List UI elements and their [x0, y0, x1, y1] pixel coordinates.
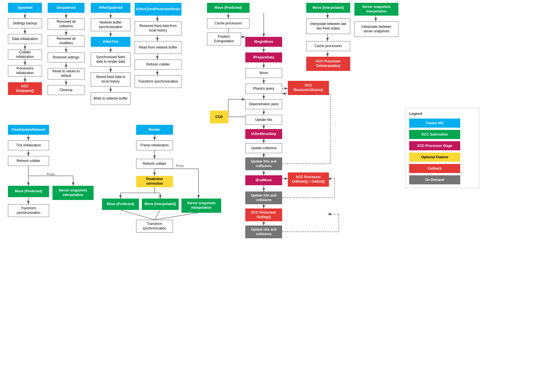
update-hits-coll3-node: Update hits and collisions — [245, 225, 282, 238]
legend-box: Legend Fusion API KCC Subroutine KCC Pro… — [405, 108, 479, 188]
svg-line-71 — [155, 210, 160, 220]
spawned-node: Spawned — [8, 3, 42, 13]
move-predicted-render-label: Move (Predicted) — [107, 202, 134, 206]
server-snap-mid-node: Server snapshots interpolation — [52, 186, 94, 200]
legend-item-kcc-processor: KCC Processor Stage — [409, 141, 476, 150]
depenetration-node: Depenetration pass — [245, 99, 282, 109]
restored-settings-label: Restored settings — [53, 55, 79, 60]
stored-fixed-label: Stored fixed data to local history — [93, 75, 128, 84]
kcc-onspawn-label: KCC OnSpawn() — [16, 84, 34, 93]
ibeginmove-label: IBeginMove — [254, 40, 273, 44]
kcc-oninterpolate-node: KCC Processor OnInterpolate() — [306, 57, 350, 71]
legend-color-callback: Callback — [409, 164, 460, 173]
frame-init-label: Frame initialization — [140, 143, 169, 148]
removed-collisions-node: Removed all collisions — [48, 18, 85, 30]
interp-last-two-label: Interpolate between last two fixed state… — [308, 22, 348, 31]
kcc-onenter-onexit-node: KCC Processor OnEnter() + OnExit() — [288, 172, 329, 187]
move-interpolated-top-node: Move (Interpolated) — [306, 3, 350, 13]
diagram-container: Spawned Settings backup Data initializat… — [0, 0, 545, 392]
move-interpolated-top-label: Move (Interpolated) — [312, 6, 344, 10]
iaftermovestep-label: IAfterMoveStep — [251, 132, 276, 136]
kcc-onspawn-node: KCC OnSpawn() — [8, 82, 42, 95]
removed-modifiers-node: Removed all modifiers — [48, 35, 85, 47]
transform-sync-render-label: Transform synchronization — [138, 222, 171, 231]
legend-subroutine-label: KCC Subroutine — [422, 132, 448, 136]
ibeginmove-node: IBeginMove — [245, 37, 282, 47]
interp-server-node: Interpolate between server snapshots — [354, 21, 398, 37]
render-node: Render — [136, 125, 173, 135]
legend-item-kcc-subroutine: KCC Subroutine — [409, 130, 476, 139]
restored-fixed-label: Restored fixed data from local history — [137, 24, 179, 33]
fixedupdatenetwork-node: FixedUpdateNetwork — [8, 125, 49, 135]
ipreparedata-label: IPrepareData — [253, 55, 274, 60]
legend-color-kcc-processor: KCC Processor Stage — [409, 141, 460, 150]
legend-optional-label: Optional Feature — [421, 155, 448, 159]
update-hits-coll2-node: Update hits and collisions — [245, 191, 282, 204]
processors-init-label: Processors initialization — [10, 66, 40, 75]
tick-init-label: Tick initialization — [16, 143, 41, 148]
svg-line-70 — [121, 210, 155, 220]
legend-color-ondemand: On Demand — [409, 175, 460, 184]
position-extrapolation-label: Position Extrapolation — [209, 35, 239, 43]
legend-color-kcc-subroutine: KCC Subroutine — [409, 130, 460, 139]
sync-fixed-render-label: Synchronized fixed data to render data — [93, 55, 128, 64]
legend-item-callback: Callback — [409, 164, 476, 173]
ccd-node: CCD — [210, 111, 228, 123]
update-collisions-label: Update collisions — [251, 146, 277, 151]
interp-last-two-node: Interpolate between last two fixed state… — [306, 18, 350, 34]
depenetration-label: Depenetration pass — [249, 102, 278, 107]
kcc-onenter-onexit-label: KCC Processor OnEnter() + OnExit() — [292, 175, 325, 184]
update-hits-coll2-label: Update hits and collisions — [247, 193, 280, 202]
kcc-resolve-label: KCC ResolveCollision() — [293, 83, 323, 92]
legend-fusion-label: Fusion API — [426, 121, 443, 125]
update-hits-coll1-node: Update hits and collisions — [245, 157, 282, 170]
data-init-node: Data initialization — [8, 34, 42, 44]
despawned-node: Despawned — [48, 3, 85, 13]
legend-processor-label: KCC Processor Stage — [417, 144, 452, 148]
move-main-label: Move — [259, 71, 268, 75]
data-init-label: Data initialization — [12, 37, 38, 41]
cleanup-label: Cleanup — [60, 88, 73, 92]
settings-backup-node: Settings backup — [8, 18, 42, 28]
prediction-correction-node: Prediction correction — [136, 176, 173, 187]
update-hits-coll1-label: Update hits and collisions — [247, 159, 280, 168]
refresh-collider-top-node: Refresh collider — [135, 60, 181, 69]
move-predicted-mid-label: Move (Predicted) — [15, 189, 42, 194]
write-network-node: Write to network buffer — [91, 92, 130, 105]
refresh-collider-render-label: Refresh collider — [143, 162, 166, 166]
server-snap-render-label: Server snapshots interpolation — [183, 201, 219, 210]
cache-processors-top2-node: Cache processors — [306, 41, 350, 51]
network-buf-sync-node: Network buffer synchronization — [91, 18, 130, 31]
sync-fixed-render-node: Synchronized fixed data to render data — [91, 52, 130, 67]
restored-fixed-node: Restored fixed data from local history — [135, 21, 181, 35]
move-interpolated-render-label: Move (Interpolated) — [145, 202, 176, 206]
iafterclient-label: IAfterClientPredictionReset — [136, 7, 180, 12]
collider-init-label: Collider initialization — [10, 50, 40, 59]
transform-sync-top-label: Transform synchronization — [138, 79, 178, 84]
removed-collisions-label: Removed all collisions — [50, 20, 83, 28]
restored-settings-node: Restored settings — [48, 52, 85, 62]
kcc-onstay-label: KCC Processor OnStay() — [251, 210, 276, 219]
ipreparedata-node: IPrepareData — [245, 52, 282, 62]
despawned-label: Despawned — [57, 6, 76, 10]
legend-item-fusion: Fusion API — [409, 119, 476, 128]
spawned-label: Spawned — [18, 6, 33, 10]
move-predicted-top-node: Move (Predicted) — [207, 3, 250, 13]
iendmove-label: IEndMove — [256, 178, 272, 183]
server-snapshots-top-label: Server snapshots interpolation — [356, 5, 396, 14]
update-hits-node: Update hits — [245, 115, 282, 125]
kcc-onstay-node: KCC Processor OnStay() — [245, 208, 282, 221]
position-extrapolation-node: Position Extrapolation — [207, 33, 241, 45]
ccd-label: CCD — [216, 115, 223, 119]
svg-line-72 — [155, 213, 198, 220]
legend-color-fusion: Fusion API — [409, 119, 460, 128]
read-network-node: Read from network buffer — [135, 41, 181, 54]
legend-callback-label: Callback — [428, 167, 442, 170]
refresh-collider-render-node: Refresh collider — [136, 159, 173, 169]
physics-query-node: Physics query — [245, 84, 282, 94]
fixedupdatenetwork-label: FixedUpdateNetwork — [12, 128, 45, 132]
iafterclient-node: IAfterClientPredictionReset — [135, 3, 181, 16]
processors-init-node: Processors initialization — [8, 65, 42, 77]
transform-sync-mid-node: Transform synchronization — [8, 204, 49, 217]
cache-processors-top2-label: Cache processors — [314, 44, 342, 49]
